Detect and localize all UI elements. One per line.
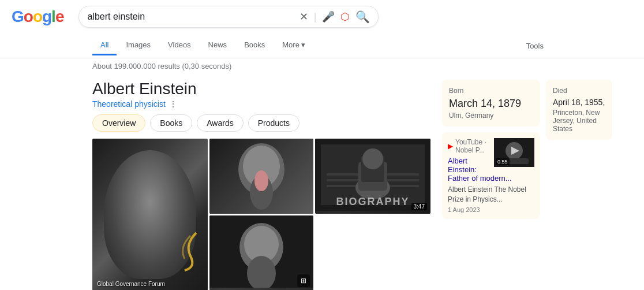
video-thumb-time: 0:55 <box>496 158 510 165</box>
search-button[interactable]: 🔍 <box>355 10 370 24</box>
logo-o2: o <box>33 8 42 25</box>
right-video-card[interactable]: 0:55 ▶ YouTube · Nobel P... Albert Einst… <box>442 132 540 219</box>
tab-images[interactable]: Images <box>118 36 159 55</box>
pill-books[interactable]: Books <box>150 114 192 132</box>
pill-awards[interactable]: Awards <box>197 114 243 132</box>
tab-videos[interactable]: Videos <box>160 36 199 55</box>
clear-icon[interactable]: ✕ <box>299 10 308 23</box>
left-panel: Albert Einstein Theoretical physicist ⋮ … <box>92 74 430 290</box>
google-logo: Google <box>12 8 63 26</box>
born-label: Born <box>449 87 533 95</box>
subtitle-text: Theoretical physicist <box>92 99 166 109</box>
biog-label: BIOGRAPHY <box>336 196 409 208</box>
tab-news[interactable]: News <box>200 36 235 55</box>
image-older[interactable]: ⊞ <box>209 215 313 290</box>
image-video[interactable]: BIOGRAPHY 3:47 <box>315 139 430 214</box>
entity-title: Albert Einstein <box>92 80 430 98</box>
right-video-source-text: YouTube · Nobel P... <box>455 138 489 154</box>
logo-e: e <box>55 8 64 25</box>
right-panel: Born March 14, 1879 Ulm, Germany 0:55 <box>442 80 612 290</box>
tab-more[interactable]: More ▾ <box>274 36 313 55</box>
video-thumb: 0:55 <box>494 138 534 167</box>
svg-point-13 <box>362 148 383 169</box>
born-date: March 14, 1879 <box>449 97 533 110</box>
image-tongue[interactable] <box>209 139 313 214</box>
tools-button[interactable]: Tools <box>518 37 552 55</box>
svg-point-3 <box>254 170 268 191</box>
logo-g2: g <box>42 8 51 25</box>
died-card: Died April 18, 1955, Princeton, New Jers… <box>546 80 612 140</box>
entity-subtitle: Theoretical physicist ⋮ <box>92 99 430 109</box>
nav-tabs: All Images Videos News Books More ▾ Tool… <box>0 34 644 58</box>
image-caption: Global Governance Forum <box>97 281 165 287</box>
tab-all[interactable]: All <box>92 36 117 55</box>
image-portrait[interactable]: Global Governance Forum <box>92 139 208 290</box>
died-date: April 18, 1955, <box>553 97 605 107</box>
born-card: Born March 14, 1879 Ulm, Germany <box>442 80 540 127</box>
video-time: 3:47 <box>411 203 427 210</box>
search-bar[interactable]: ✕ | 🎤 ⬡ 🔍 <box>78 6 379 28</box>
died-label: Died <box>553 87 605 95</box>
pill-overview[interactable]: Overview <box>92 114 145 132</box>
results-info: About 199.000.000 results (0,30 seconds) <box>0 58 644 74</box>
right-column: Born March 14, 1879 Ulm, Germany 0:55 <box>442 80 540 290</box>
born-place: Ulm, Germany <box>449 111 533 120</box>
lens-icon[interactable]: ⬡ <box>340 10 350 23</box>
mic-icon[interactable]: 🎤 <box>322 10 335 23</box>
expand-icon[interactable]: ⊞ <box>297 274 310 287</box>
logo-l: l <box>51 8 55 25</box>
image-grid: Global Governance Forum <box>92 139 430 290</box>
logo-o1: o <box>24 8 33 25</box>
search-input[interactable] <box>87 12 294 22</box>
tab-books[interactable]: Books <box>236 36 273 55</box>
right-youtube-icon: ▶ <box>448 142 453 150</box>
right-video-source: ▶ YouTube · Nobel P... <box>448 138 489 154</box>
header: Google ✕ | 🎤 ⬡ 🔍 <box>0 0 644 34</box>
died-place: Princeton, New Jersey, United States <box>553 109 605 133</box>
main-content: Albert Einstein Theoretical physicist ⋮ … <box>0 74 644 290</box>
pill-products[interactable]: Products <box>248 114 299 132</box>
pill-buttons: Overview Books Awards Products <box>92 114 430 132</box>
right-video-desc: Albert Einstein The Nobel Prize in Physi… <box>448 185 534 205</box>
more-dots[interactable]: ⋮ <box>169 99 177 109</box>
logo-g: G <box>12 8 24 25</box>
right-video-date: 1 Aug 2023 <box>448 206 534 213</box>
